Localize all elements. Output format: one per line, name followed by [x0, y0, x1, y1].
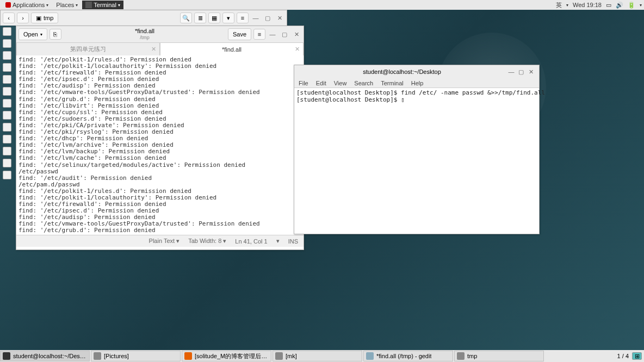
terminal-window[interactable]: student@localhost:~/Desktop — ▢ ✕ File E…	[294, 65, 540, 234]
menu-help[interactable]: Help	[411, 80, 424, 86]
tab-item[interactable]: 第四单元练习 ✕	[16, 42, 160, 55]
gedit-window[interactable]: Open ▾ ⎘ *find.all /tmp Save ≡ — ▢ ✕ 第四单…	[16, 26, 304, 250]
close-button[interactable]: ✕	[275, 13, 284, 23]
folder-icon	[94, 352, 101, 360]
open-button[interactable]: Open ▾	[18, 28, 47, 40]
gedit-icon	[366, 352, 374, 360]
sidebar-item[interactable]	[3, 51, 11, 60]
task-item-tmp[interactable]: tmp	[454, 351, 544, 361]
screen-icon[interactable]: ▭	[606, 2, 611, 9]
maximize-button[interactable]: ▢	[516, 67, 526, 77]
tab-item[interactable]: *find.all ✕	[160, 42, 304, 55]
status-dropdown[interactable]: ▾	[276, 238, 280, 245]
task-label: *find.all (/tmp) - gedit	[376, 353, 431, 359]
terminal-icon	[85, 2, 92, 8]
places-label: Places	[56, 2, 74, 8]
menu-edit[interactable]: Edit	[316, 80, 326, 86]
status-line-col: Ln 41, Col 1	[235, 238, 267, 245]
back-button[interactable]: ‹	[3, 13, 15, 23]
status-plaintext[interactable]: Plain Text ▾	[149, 238, 180, 245]
view-grid-button[interactable]: ▦	[208, 13, 220, 23]
tab-close-icon[interactable]: ✕	[151, 46, 156, 53]
sidebar-item[interactable]	[3, 75, 11, 84]
menu-file[interactable]: File	[299, 80, 308, 86]
gedit-headerbar[interactable]: Open ▾ ⎘ *find.all /tmp Save ≡ — ▢ ✕	[16, 26, 304, 42]
applications-label: Applications	[13, 2, 45, 8]
minimize-button[interactable]: —	[251, 13, 261, 23]
menu-terminal[interactable]: Terminal ▾	[82, 1, 123, 9]
volume-icon[interactable]: 🔊	[616, 2, 623, 9]
forward-button[interactable]: ›	[17, 13, 29, 23]
tab-close-icon[interactable]: ✕	[295, 46, 300, 53]
task-item-terminal[interactable]: student@localhost:~/Desktop	[0, 351, 90, 361]
sidebar-item[interactable]	[3, 159, 11, 167]
close-button[interactable]: ✕	[292, 29, 301, 39]
top-panel[interactable]: Applications ▾ Places ▾ Terminal ▾ 英 ▾ W…	[0, 0, 644, 10]
workspace-switcher[interactable]: 1 / 4 ⊞	[617, 352, 644, 360]
terminal-titlebar[interactable]: student@localhost:~/Desktop — ▢ ✕	[294, 65, 539, 78]
task-label: student@localhost:~/Desktop	[13, 353, 87, 359]
redhat-icon	[5, 2, 11, 8]
view-list-button[interactable]: ≣	[194, 13, 206, 23]
maximize-button[interactable]: ▢	[263, 13, 273, 23]
files-sidebar[interactable]	[3, 27, 14, 179]
hamburger-button[interactable]: ≡	[237, 13, 249, 23]
sidebar-item[interactable]	[3, 147, 11, 155]
task-label: [mk]	[286, 353, 297, 359]
bottom-panel[interactable]: student@localhost:~/Desktop [Pictures] […	[0, 350, 644, 362]
sidebar-item[interactable]	[3, 99, 11, 108]
folder-icon	[457, 352, 465, 360]
task-item-firefox[interactable]: [solitude_M的博客管理后台-51...	[182, 351, 271, 361]
menu-applications[interactable]: Applications ▾	[2, 1, 52, 9]
tab-label: *find.all	[222, 46, 242, 53]
task-item-mk[interactable]: [mk]	[273, 351, 362, 361]
menu-search[interactable]: Search	[354, 80, 373, 86]
task-item-pictures[interactable]: [Pictures]	[91, 351, 181, 361]
new-tab-button[interactable]: ⎘	[49, 29, 61, 40]
files-window[interactable]: ‹ › ▣ tmp 🔍 ≣ ▦ ▾ ≡ — ▢ ✕	[0, 10, 287, 26]
input-method-indicator[interactable]: 英	[556, 1, 562, 9]
view-options-button[interactable]: ▾	[222, 13, 234, 23]
caret-down-icon: ▾	[640, 3, 642, 8]
minimize-button[interactable]: —	[506, 67, 516, 77]
sidebar-item[interactable]	[3, 123, 11, 132]
terminal-menubar[interactable]: File Edit View Search Terminal Help	[294, 78, 539, 88]
menu-places[interactable]: Places ▾	[53, 1, 81, 9]
caret-down-icon: ▾	[40, 32, 42, 37]
terminal-label: Terminal	[94, 2, 116, 8]
search-button[interactable]: 🔍	[180, 13, 192, 23]
caret-down-icon: ▾	[76, 3, 78, 8]
save-button[interactable]: Save	[228, 28, 251, 40]
tab-label: 第四单元练习	[70, 45, 106, 53]
tab-bar[interactable]: 第四单元练习 ✕ *find.all ✕	[16, 42, 304, 55]
terminal-icon	[3, 352, 10, 360]
drive-icon: ▣	[36, 15, 41, 22]
sidebar-item[interactable]	[3, 135, 11, 143]
sidebar-item[interactable]	[3, 39, 11, 48]
caret-down-icon: ▾	[118, 3, 120, 8]
caret-down-icon: ▾	[566, 3, 568, 8]
battery-icon[interactable]: 🔋	[628, 2, 635, 9]
hamburger-button[interactable]: ≡	[253, 29, 265, 40]
menu-terminal[interactable]: Terminal	[381, 80, 404, 86]
sidebar-item[interactable]	[3, 27, 11, 36]
sidebar-item[interactable]	[3, 87, 11, 96]
sidebar-item[interactable]	[3, 171, 11, 179]
workspace-icon[interactable]: ⊞	[632, 352, 642, 360]
menu-view[interactable]: View	[334, 80, 347, 86]
sidebar-item[interactable]	[3, 111, 11, 120]
status-tabwidth[interactable]: Tab Width: 8 ▾	[188, 238, 226, 245]
task-item-gedit[interactable]: *find.all (/tmp) - gedit	[363, 351, 453, 361]
folder-icon	[275, 352, 283, 360]
close-button[interactable]: ✕	[526, 67, 536, 77]
minimize-button[interactable]: —	[268, 29, 277, 39]
maximize-button[interactable]: ▢	[280, 29, 289, 39]
open-label: Open	[23, 31, 38, 38]
sidebar-item[interactable]	[3, 63, 11, 72]
editor-text-area[interactable]: find: '/etc/polkit-1/rules.d': Permissio…	[16, 55, 304, 235]
clock[interactable]: Wed 19:18	[573, 2, 602, 8]
workspace-label: 1 / 4	[617, 353, 629, 359]
path-bar[interactable]: ▣ tmp	[31, 13, 58, 23]
terminal-output[interactable]: [student@localhost Desktop]$ find /etc/ …	[294, 88, 539, 234]
task-label: [Pictures]	[104, 353, 129, 359]
